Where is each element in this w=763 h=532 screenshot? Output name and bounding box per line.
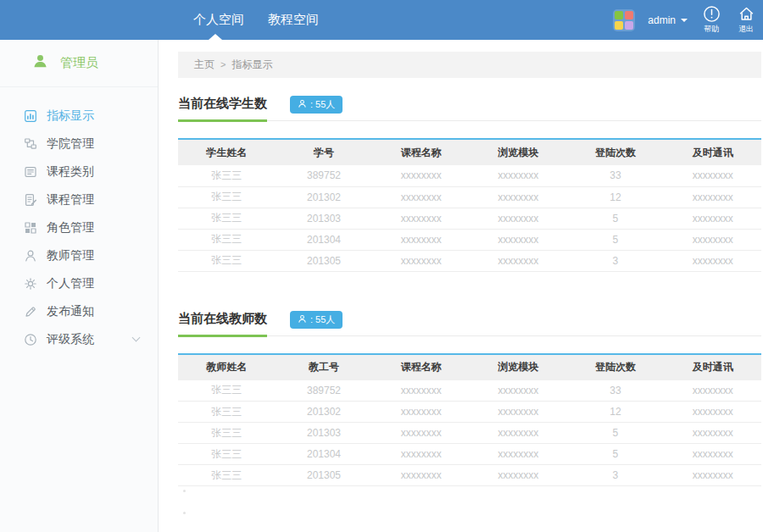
table-cell: 张三三: [178, 165, 276, 186]
table-cell: 201305: [276, 465, 373, 486]
gear-icon: [24, 277, 37, 291]
section-online-teachers: 当前在线教师数 : 55人 教师姓名教工号课程名称浏览模块登陆次数及时通讯 张三…: [178, 311, 761, 487]
table-header-row: 学生姓名学号课程名称浏览模块登陆次数及时通讯: [178, 139, 761, 165]
admin-user-icon: [32, 53, 48, 73]
sidebar-item-notice[interactable]: 发布通知: [0, 297, 158, 325]
home-icon: [738, 5, 755, 23]
sidebar: 管理员 指标显示学院管理课程类别课程管理角色管理教师管理个人管理发布通知评级系统: [0, 40, 159, 532]
stray-dot: [183, 490, 186, 492]
grid-icon: [24, 221, 37, 235]
sidebar-menu: 指标显示学院管理课程类别课程管理角色管理教师管理个人管理发布通知评级系统: [0, 87, 158, 353]
column-header: 浏览模块: [470, 354, 567, 380]
list-icon: [24, 165, 37, 179]
document-edit-icon: [24, 193, 37, 207]
table-cell: xxxxxxxx: [372, 229, 470, 250]
help-button[interactable]: 帮助: [700, 5, 722, 35]
table-cell: xxxxxxxx: [470, 208, 567, 229]
sidebar-item-college[interactable]: 学院管理: [0, 130, 158, 158]
table-cell: 3: [567, 250, 665, 271]
table-cell: xxxxxxxx: [470, 250, 567, 271]
table-cell: xxxxxxxx: [372, 444, 470, 465]
user-dropdown[interactable]: admin: [648, 14, 688, 26]
chevron-down-icon: [681, 19, 688, 22]
breadcrumb-home[interactable]: 主页: [194, 58, 214, 70]
table-cell: xxxxxxxx: [470, 402, 567, 423]
students-table: 学生姓名学号课程名称浏览模块登陆次数及时通讯 张三三389752xxxxxxxx…: [178, 138, 761, 272]
tab-tutorial-space[interactable]: 教程空间: [268, 12, 319, 28]
sidebar-item-indicators[interactable]: 指标显示: [0, 102, 158, 130]
table-cell: 201303: [276, 208, 373, 229]
table-cell: xxxxxxxx: [372, 165, 470, 186]
table-cell: xxxxxxxx: [664, 186, 761, 208]
sidebar-item-teacher[interactable]: 教师管理: [0, 241, 158, 269]
table-cell: 张三三: [178, 444, 276, 465]
table-cell: xxxxxxxx: [664, 444, 761, 465]
column-header: 课程名称: [372, 354, 470, 380]
teachers-table: 教师姓名教工号课程名称浏览模块登陆次数及时通讯 张三三389752xxxxxxx…: [178, 353, 761, 487]
table-cell: 张三三: [178, 402, 276, 423]
org-chart-icon: [24, 137, 37, 151]
table-cell: xxxxxxxx: [664, 250, 761, 271]
sidebar-item-role[interactable]: 角色管理: [0, 213, 158, 241]
person-icon: [298, 99, 307, 110]
help-label: 帮助: [704, 24, 719, 35]
apps-grid-icon[interactable]: [613, 9, 635, 31]
table-cell: xxxxxxxx: [372, 186, 470, 208]
person-icon: [298, 314, 307, 325]
tab-personal-space[interactable]: 个人空间: [193, 12, 244, 28]
column-header: 学号: [276, 139, 373, 165]
table-cell: xxxxxxxx: [664, 380, 761, 402]
chevron-down-icon: [132, 334, 141, 342]
apps-grid-tile-red: [625, 11, 633, 19]
sidebar-item-profile[interactable]: 个人管理: [0, 269, 158, 297]
sidebar-item-label: 教师管理: [47, 248, 94, 263]
table-cell: xxxxxxxx: [470, 423, 567, 444]
table-cell: xxxxxxxx: [470, 444, 567, 465]
table-cell: xxxxxxxx: [470, 165, 567, 186]
table-cell: xxxxxxxx: [470, 380, 567, 402]
sidebar-item-rating[interactable]: 评级系统: [0, 325, 158, 353]
section-title: 当前在线学生数: [178, 96, 267, 122]
online-count-badge: : 55人: [290, 96, 343, 114]
breadcrumb-current: 指标显示: [231, 58, 272, 70]
table-cell: 5: [567, 208, 665, 229]
column-header: 及时通讯: [664, 354, 761, 380]
table-cell: xxxxxxxx: [664, 423, 761, 444]
table-cell: 张三三: [178, 465, 276, 486]
table-cell: 张三三: [178, 186, 276, 208]
sidebar-item-label: 指标显示: [47, 108, 94, 124]
role-label: 管理员: [60, 55, 98, 71]
pencil-icon: [24, 305, 37, 319]
table-cell: xxxxxxxx: [470, 229, 567, 250]
sidebar-item-label: 课程管理: [47, 192, 94, 208]
person-icon: [24, 249, 37, 263]
sidebar-item-label: 学院管理: [47, 136, 94, 152]
logout-label: 退出: [738, 24, 754, 35]
column-header: 登陆次数: [567, 354, 665, 380]
table-cell: xxxxxxxx: [372, 423, 470, 444]
table-row: 张三三201303xxxxxxxxxxxxxxxx5xxxxxxxx: [178, 208, 761, 229]
table-cell: 5: [567, 423, 665, 444]
online-count-badge: : 55人: [290, 311, 343, 329]
badge-count: : 55人: [310, 98, 335, 111]
apps-grid-tile-yellow: [615, 21, 623, 30]
table-cell: 12: [567, 402, 665, 423]
sidebar-item-course[interactable]: 课程管理: [0, 186, 158, 213]
column-header: 教工号: [276, 354, 373, 380]
sidebar-item-category[interactable]: 课程类别: [0, 158, 158, 186]
table-row: 张三三201304xxxxxxxxxxxxxxxx5xxxxxxxx: [178, 444, 761, 465]
table-cell: 张三三: [178, 380, 276, 402]
apps-grid-tile-purple: [625, 21, 633, 30]
table-cell: 201302: [276, 402, 373, 423]
sidebar-item-label: 角色管理: [47, 220, 94, 236]
table-cell: 33: [567, 380, 665, 402]
table-cell: 201304: [276, 444, 373, 465]
table-cell: xxxxxxxx: [664, 402, 761, 423]
logout-button[interactable]: 退出: [735, 5, 757, 35]
table-cell: 5: [567, 229, 665, 250]
table-cell: xxxxxxxx: [372, 402, 470, 423]
column-header: 登陆次数: [567, 139, 665, 165]
table-cell: xxxxxxxx: [372, 208, 470, 229]
sidebar-item-label: 课程类别: [47, 164, 94, 180]
sidebar-item-label: 发布通知: [47, 304, 94, 319]
